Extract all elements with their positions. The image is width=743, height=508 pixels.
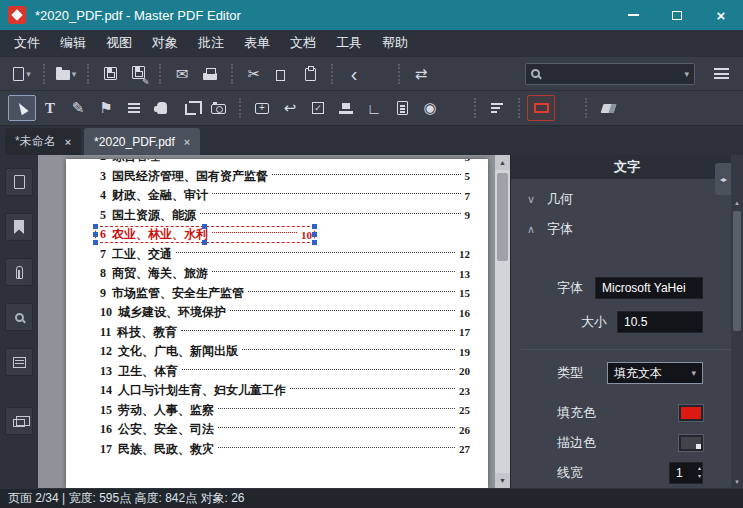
thumbnails-panel-button[interactable] [5, 168, 33, 196]
document-scrollbar[interactable]: ▲ ▼ [495, 155, 510, 488]
tab-untitled[interactable]: *未命名 × [5, 128, 81, 155]
menu-item[interactable]: 文件 [4, 30, 50, 56]
add-note-button[interactable] [248, 95, 276, 121]
scrollbar-thumb[interactable] [497, 173, 508, 261]
tab-2020-pdf[interactable]: *2020_PDF.pdf × [84, 128, 200, 155]
crop-tool-button[interactable] [176, 95, 204, 121]
minimize-button[interactable] [611, 0, 655, 30]
panel-scrollbar[interactable]: ▲ ▼ [731, 155, 743, 488]
selection-handle[interactable] [93, 232, 98, 237]
screenshot-tool-button[interactable] [204, 95, 232, 121]
new-document-button[interactable]: ▾ [8, 61, 36, 87]
edit-document-tool-button[interactable]: ✎ [64, 95, 92, 121]
toc-row[interactable]: 10城乡建设、环境保护16 [100, 303, 470, 323]
spinner-arrows[interactable]: ▴▾ [698, 464, 701, 481]
paste-button[interactable] [296, 61, 324, 87]
toc-row[interactable]: 14人口与计划生育、妇女儿童工作23 [100, 381, 470, 401]
print-button[interactable] [196, 61, 224, 87]
toc-row[interactable]: 17民族、民政、救灾27 [100, 440, 470, 460]
scroll-down-button[interactable]: ▼ [495, 473, 510, 488]
menu-item[interactable]: 编辑 [50, 30, 96, 56]
pdf-page[interactable]: 2综合管理33国民经济管理、国有资产监督54财政、金融、审计75国土资源、能源9… [66, 159, 488, 488]
menu-item[interactable]: 帮助 [372, 30, 418, 56]
stroke-color-swatch[interactable] [679, 435, 703, 451]
selection-handle[interactable] [93, 240, 98, 245]
toc-row[interactable]: 5国土资源、能源9 [100, 206, 470, 226]
properties-panel: 文字 ∨ 几何 ∧ 字体 字体 Microsoft YaHei 大小 10.5 … [510, 155, 743, 488]
save-as-icon: ✎ [132, 65, 145, 82]
toc-row[interactable]: 16公安、安全、司法26 [100, 420, 470, 440]
stamp-tool-button[interactable] [332, 95, 360, 121]
maximize-button[interactable] [655, 0, 699, 30]
email-button[interactable]: ✉ [168, 61, 196, 87]
save-button[interactable] [96, 61, 124, 87]
menu-item[interactable]: 表单 [234, 30, 280, 56]
selection-handle[interactable] [312, 224, 317, 229]
edit-text-tool-button[interactable]: T [36, 95, 64, 121]
toc-row[interactable]: 11科技、教育17 [100, 323, 470, 343]
transfer-pages-button[interactable]: ⇄ [407, 61, 435, 87]
checkbox-field-button[interactable]: ✓ [304, 95, 332, 121]
bookmarks-panel-button[interactable] [5, 213, 33, 241]
toc-row[interactable]: 8商贸、海关、旅游13 [100, 264, 470, 284]
open-file-button[interactable]: ▾ [52, 61, 80, 87]
selection-handle[interactable] [93, 224, 98, 229]
selection-handle[interactable] [312, 232, 317, 237]
toc-row[interactable]: 3国民经济管理、国有资产监督5 [100, 167, 470, 187]
radio-field-button[interactable]: ◉ [416, 95, 444, 121]
eraser-tool-button[interactable] [594, 95, 622, 121]
toc-row[interactable]: 9市场监管、安全生产监管15 [100, 284, 470, 304]
toc-row[interactable]: 6农业、林业、水利10 [100, 225, 470, 245]
section-geometry[interactable]: ∨ 几何 [511, 187, 743, 211]
menu-item[interactable]: 对象 [142, 30, 188, 56]
line-width-spinner[interactable]: 1 ▴▾ [669, 462, 703, 484]
text-type-dropdown[interactable]: 填充文本 ▾ [607, 362, 703, 384]
form-panel-button[interactable] [5, 348, 33, 376]
back-button[interactable]: ‹ [340, 61, 368, 87]
menu-item[interactable]: 文档 [280, 30, 326, 56]
search-input[interactable] [544, 66, 682, 82]
tab-close-icon[interactable]: × [65, 136, 71, 148]
menu-item[interactable]: 工具 [326, 30, 372, 56]
main-menu-button[interactable] [707, 61, 735, 87]
section-font[interactable]: ∧ 字体 [511, 217, 743, 241]
layers-panel-button[interactable] [5, 407, 33, 435]
cut-button[interactable]: ✂ [240, 61, 268, 87]
toc-row[interactable]: 13卫生、体育20 [100, 362, 470, 382]
measure-tool-button[interactable]: ∟ [360, 95, 388, 121]
menu-item[interactable]: 视图 [96, 30, 142, 56]
select-text-tool-button[interactable]: ⚑ [92, 95, 120, 121]
selected-text-object[interactable]: 6农业、林业、水利10 [100, 226, 312, 243]
toc-row[interactable]: 2综合管理3 [100, 159, 470, 167]
select-tool-button[interactable] [8, 95, 36, 121]
toc-row[interactable]: 4财政、金融、审计7 [100, 186, 470, 206]
title-bar[interactable]: *2020_PDF.pdf - Master PDF Editor × [0, 0, 743, 30]
undo-annotation-button[interactable]: ↩ [276, 95, 304, 121]
menu-item[interactable]: 批注 [188, 30, 234, 56]
tab-close-icon[interactable]: × [184, 136, 190, 148]
stroke-color-row: 描边色 [511, 434, 743, 452]
toc-entry-title: 市场监管、安全生产监管 [112, 285, 244, 302]
hand-tool-button[interactable] [148, 95, 176, 121]
page-fields-button[interactable] [388, 95, 416, 121]
save-as-button[interactable]: ✎ [124, 61, 152, 87]
fill-color-swatch[interactable] [679, 405, 703, 421]
panel-scroll-up-button[interactable]: ▲ [731, 197, 743, 209]
search-panel-button[interactable] [5, 303, 33, 331]
panel-collapse-button[interactable]: ◂▸ [715, 163, 731, 195]
toc-row[interactable]: 15劳动、人事、监察25 [100, 401, 470, 421]
close-button[interactable]: × [699, 0, 743, 30]
panel-scroll-down-button[interactable]: ▼ [731, 476, 743, 488]
toc-row[interactable]: 7工业、交通12 [100, 245, 470, 265]
sort-objects-button[interactable] [483, 95, 511, 121]
font-family-input[interactable]: Microsoft YaHei [595, 277, 703, 299]
copy-button[interactable] [268, 61, 296, 87]
panel-scrollbar-thumb[interactable] [733, 211, 741, 331]
attachments-panel-button[interactable] [5, 258, 33, 286]
rectangle-annotation-button[interactable] [527, 95, 555, 121]
scroll-up-button[interactable]: ▲ [495, 155, 510, 170]
font-size-input[interactable]: 10.5 [617, 311, 703, 333]
form-fields-button[interactable] [120, 95, 148, 121]
toc-row[interactable]: 12文化、广电、新闻出版19 [100, 342, 470, 362]
search-box[interactable]: ▾ [525, 63, 695, 85]
